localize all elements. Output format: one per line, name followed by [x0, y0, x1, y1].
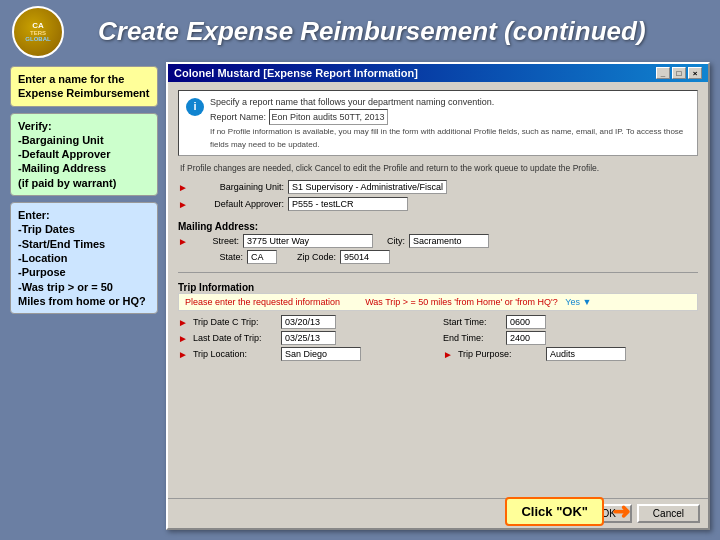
name-label-text: Enter a name for the Expense Reimburseme… [18, 73, 149, 99]
click-ok-label: Click "OK" [505, 497, 604, 526]
trip-grid: ► Trip Date C Trip: 03/20/13 Start Time:… [178, 315, 698, 361]
state-row: State: CA Zip Code: 95014 [178, 250, 698, 264]
dialog-window: Colonel Mustard [Expense Report Informat… [166, 62, 710, 530]
street-value[interactable]: 3775 Utter Way [243, 234, 373, 248]
trip-warning: Please enter the requested information W… [178, 293, 698, 311]
default-approver-row: ► Default Approver: P555 - testLCR [178, 197, 698, 211]
main-content: Enter a name for the Expense Reimburseme… [0, 62, 720, 530]
city-label: City: [377, 236, 405, 246]
enter-label-box: Enter: -Trip Dates -Start/End Times -Loc… [10, 202, 158, 314]
enter-label-text: Enter: -Trip Dates -Start/End Times -Loc… [18, 208, 150, 308]
report-name-label: Report Name: [210, 112, 266, 122]
minimize-button[interactable]: _ [656, 67, 670, 79]
state-value[interactable]: CA [247, 250, 277, 264]
last-date-value[interactable]: 03/25/13 [281, 331, 336, 345]
trip-yes-no[interactable]: Yes ▼ [565, 297, 591, 307]
trip-date-label: Trip Date C Trip: [193, 317, 278, 327]
start-time-row: Start Time: 0600 [443, 315, 698, 329]
ok-arrow-icon: ➜ [612, 499, 630, 525]
trip-location-label: Trip Location: [193, 349, 278, 359]
end-time-label: End Time: [443, 333, 503, 343]
zip-value[interactable]: 95014 [340, 250, 390, 264]
bargaining-unit-label: Bargaining Unit: [194, 182, 284, 192]
info-main-text: Specify a report name that follows your … [210, 97, 494, 107]
logo-circle: CA TERS GLOBAL [12, 6, 64, 58]
dialog-area: Colonel Mustard [Expense Report Informat… [166, 62, 710, 530]
dialog-body: i Specify a report name that follows you… [168, 82, 708, 498]
trip-date-row: ► Trip Date C Trip: 03/20/13 [178, 315, 433, 329]
arrow-icon: ► [178, 182, 188, 193]
profile-change-note: If Profile changes are needed, click Can… [178, 162, 698, 174]
info-text: Specify a report name that follows your … [210, 96, 690, 150]
start-time-value[interactable]: 0600 [506, 315, 546, 329]
arrow-trip-1: ► [178, 317, 188, 328]
trip-location-row: ► Trip Location: San Diego [178, 347, 433, 361]
dialog-titlebar: Colonel Mustard [Expense Report Informat… [168, 64, 708, 82]
default-approver-value[interactable]: P555 - testLCR [288, 197, 408, 211]
zip-label: Zip Code: [281, 252, 336, 262]
form-section-profile: ► Bargaining Unit: S1 Supervisory - Admi… [178, 180, 698, 211]
end-time-row: End Time: 2400 [443, 331, 698, 345]
bargaining-unit-value[interactable]: S1 Supervisory - Administrative/Fiscal [288, 180, 447, 194]
logo: CA TERS GLOBAL [12, 6, 82, 56]
street-label: Street: [194, 236, 239, 246]
trip-date-value[interactable]: 03/20/13 [281, 315, 336, 329]
city-value[interactable]: Sacramento [409, 234, 489, 248]
arrow-trip-3: ► [178, 349, 188, 360]
last-date-label: Last Date of Trip: [193, 333, 278, 343]
trip-warning-text: Please enter the requested information [185, 297, 340, 307]
arrow-trip-4: ► [443, 349, 453, 360]
trip-location-value[interactable]: San Diego [281, 347, 361, 361]
trip-purpose-label: Trip Purpose: [458, 349, 543, 359]
info-icon: i [186, 98, 204, 116]
name-label-box: Enter a name for the Expense Reimburseme… [10, 66, 158, 107]
street-row: ► Street: 3775 Utter Way City: Sacrament… [178, 234, 698, 248]
trip-purpose-row: ► Trip Purpose: Audits [443, 347, 698, 361]
mailing-header: Mailing Address: [178, 221, 698, 232]
dialog-title: Colonel Mustard [Expense Report Informat… [174, 67, 418, 79]
page-title: Create Expense Reimbursement (continued) [98, 16, 646, 47]
cancel-button[interactable]: Cancel [637, 504, 700, 523]
close-button[interactable]: × [688, 67, 702, 79]
maximize-button[interactable]: □ [672, 67, 686, 79]
end-time-value[interactable]: 2400 [506, 331, 546, 345]
header: CA TERS GLOBAL Create Expense Reimbursem… [0, 0, 720, 62]
report-name-value[interactable]: Eon Piton audits 50TT, 2013 [269, 109, 388, 126]
info-section: i Specify a report name that follows you… [178, 90, 698, 156]
trip-header: Trip Information [178, 282, 698, 293]
bargaining-unit-row: ► Bargaining Unit: S1 Supervisory - Admi… [178, 180, 698, 194]
arrow-icon-3: ► [178, 236, 188, 247]
verify-label-text: Verify: -Bargaining Unit -Default Approv… [18, 119, 150, 190]
profile-note: If no Profile information is available, … [210, 127, 683, 149]
trip-purpose-value[interactable]: Audits [546, 347, 626, 361]
trip-warning-text2: Was Trip > = 50 miles 'from Home' or 'fr… [365, 297, 558, 307]
start-time-label: Start Time: [443, 317, 503, 327]
default-approver-label: Default Approver: [194, 199, 284, 209]
verify-label-box: Verify: -Bargaining Unit -Default Approv… [10, 113, 158, 196]
titlebar-buttons: _ □ × [656, 67, 702, 79]
state-label: State: [198, 252, 243, 262]
mailing-section: Mailing Address: ► Street: 3775 Utter Wa… [178, 217, 698, 264]
arrow-icon-2: ► [178, 199, 188, 210]
left-labels: Enter a name for the Expense Reimburseme… [10, 62, 158, 530]
arrow-trip-2: ► [178, 333, 188, 344]
last-date-row: ► Last Date of Trip: 03/25/13 [178, 331, 433, 345]
trip-section: Trip Information Please enter the reques… [178, 272, 698, 361]
bottom-area: Click "OK" ➜ [505, 497, 630, 526]
